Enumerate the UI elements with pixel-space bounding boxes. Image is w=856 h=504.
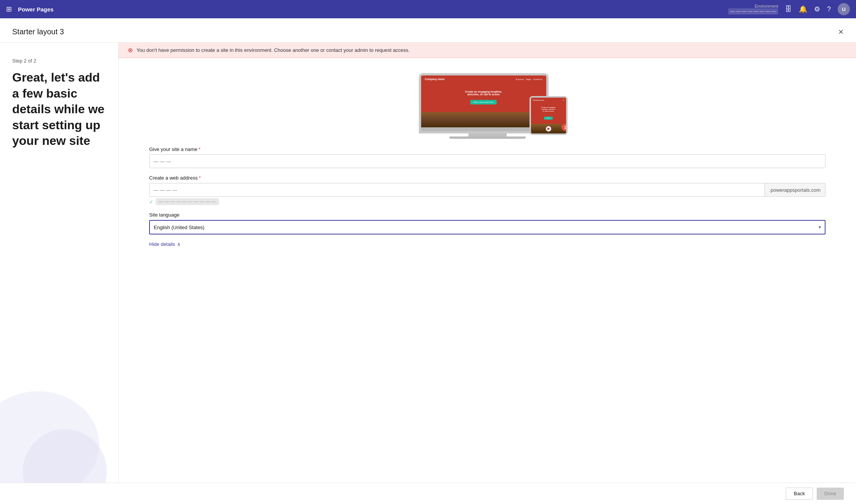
mobile-nav-menu-icon: ☰ (563, 99, 564, 101)
laptop-stand (468, 133, 507, 136)
done-button[interactable]: Done (817, 488, 844, 500)
mobile-nav: Company name ☰ (531, 98, 566, 103)
error-message: You don't have permission to create a si… (137, 47, 410, 53)
laptop-screen: Company name Hi access Pages Contact us … (421, 75, 546, 127)
laptop-image-inner (421, 112, 546, 127)
laptop-nav-links: Hi access Pages Contact us (516, 78, 542, 80)
mobile-notification-badge: 1 (562, 124, 568, 131)
step-label: Step 2 of 2 (12, 58, 106, 64)
right-content: ⊗ You don't have permission to create a … (118, 43, 856, 483)
laptop-mockup: Company name Hi access Pages Contact us … (419, 73, 549, 133)
web-address-label-text: Create a web address (149, 175, 198, 181)
laptop-hero-title: Create an engaging headline,welcome, or … (425, 90, 542, 96)
mobile-hero-title: Create an engagingheadline, welcome,or c… (533, 106, 564, 112)
hide-details-link[interactable]: Hide details ∧ (149, 241, 825, 247)
web-address-input[interactable] (150, 183, 764, 196)
waffle-icon[interactable]: ⊞ (6, 5, 12, 13)
web-address-suffix: .powerappsportals.com (764, 183, 825, 196)
web-address-required: * (199, 175, 201, 181)
laptop-image-bar (421, 112, 546, 127)
database-icon[interactable]: 🗄 (785, 5, 792, 13)
site-language-label: Site language (149, 212, 825, 218)
back-button[interactable]: Back (786, 488, 813, 500)
main-content: Step 2 of 2 Great, let's add a few basic… (0, 43, 856, 483)
page-title: Starter layout 3 (12, 27, 64, 36)
help-icon[interactable]: ? (827, 5, 831, 13)
laptop-nav-link3: Contact us (533, 78, 542, 80)
bell-icon[interactable]: 🔔 (799, 5, 807, 13)
laptop-nav-link: Hi access (516, 78, 524, 80)
error-icon: ⊗ (128, 47, 133, 54)
app-title: Power Pages (18, 6, 724, 13)
site-name-input[interactable] (149, 154, 825, 168)
web-address-group: Create a web address* .powerappsportals.… (149, 175, 825, 205)
mobile-image-area (531, 124, 566, 133)
mobile-screen: Company name ☰ Create an engagingheadlin… (531, 98, 566, 133)
site-name-group: Give your site a name* (149, 146, 825, 168)
web-address-wrapper: .powerappsportals.com (149, 183, 825, 197)
web-address-label: Create a web address* (149, 175, 825, 181)
avatar[interactable]: U (838, 3, 850, 15)
site-language-label-text: Site language (149, 212, 180, 218)
page-footer: Back Done (0, 483, 856, 504)
laptop-nav-link2: Pages (526, 78, 531, 80)
mobile-nav-brand: Company name (533, 99, 544, 101)
check-icon: ✓ (149, 199, 153, 205)
mobile-play-button[interactable] (546, 126, 551, 132)
site-language-group: Site language English (United States) Fr… (149, 212, 825, 234)
env-value: — — — — — — — — (728, 8, 778, 14)
environment-info: Environment — — — — — — — — (728, 4, 778, 14)
device-preview-mockup: Company name Hi access Pages Contact us … (419, 73, 556, 139)
site-name-label-text: Give your site a name (149, 146, 197, 152)
step-heading: Great, let's add a few basic details whi… (12, 70, 106, 149)
mobile-play-icon (547, 127, 550, 130)
laptop-base (421, 127, 546, 131)
form-area: Give your site a name* Create a web addr… (119, 146, 856, 258)
mobile-hero: Create an engagingheadline, welcome,or c… (531, 103, 566, 124)
mobile-hero-cta: CTA here (544, 117, 552, 120)
laptop-hero: Create an engaging headline,welcome, or … (421, 83, 546, 112)
hide-details-label: Hide details (149, 241, 175, 247)
site-language-select[interactable]: English (United States) French (France) … (149, 220, 825, 234)
error-banner: ⊗ You don't have permission to create a … (119, 43, 856, 58)
site-language-select-wrapper: English (United States) French (France) … (149, 220, 825, 234)
laptop-foot (449, 136, 526, 139)
laptop-hero-cta: Add a call to action here (470, 100, 497, 104)
mobile-mockup: Company name ☰ Create an engagingheadlin… (529, 96, 568, 135)
validation-row: ✓ — — — — — — — — — — (149, 198, 825, 205)
preview-area: Company name Hi access Pages Contact us … (119, 58, 856, 146)
validation-text: — — — — — — — — — — (156, 198, 219, 205)
topbar-right: Environment — — — — — — — — 🗄 🔔 ⚙ ? U (728, 3, 850, 15)
site-name-required: * (198, 146, 200, 152)
topbar: ⊞ Power Pages Environment — — — — — — — … (0, 0, 856, 18)
env-label: Environment (755, 4, 778, 8)
laptop-nav-brand: Company name (425, 78, 445, 80)
chevron-up-icon: ∧ (177, 241, 181, 247)
close-button[interactable]: ✕ (838, 29, 844, 35)
gear-icon[interactable]: ⚙ (814, 5, 820, 13)
page-header: Starter layout 3 ✕ (0, 18, 856, 43)
site-name-label: Give your site a name* (149, 146, 825, 152)
left-sidebar: Step 2 of 2 Great, let's add a few basic… (0, 43, 118, 483)
laptop-nav: Company name Hi access Pages Contact us (421, 75, 546, 83)
